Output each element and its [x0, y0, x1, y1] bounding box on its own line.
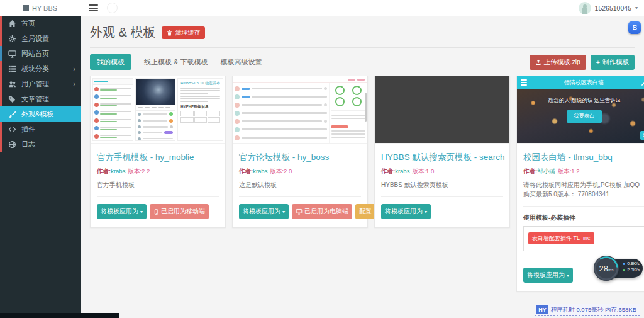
- app-logo[interactable]: HY BBS: [0, 0, 81, 16]
- plus-icon: +: [596, 59, 600, 66]
- hy-logo-chip: HY: [536, 305, 548, 314]
- download-dot-icon: [623, 269, 625, 271]
- preview-sidebar-stats: [329, 83, 367, 144]
- template-card-list: HYBBS1.5.10 稳定发布 HYPHP框架目录 官方手机模板 - hy_m…: [80, 76, 644, 292]
- globe-icon: [8, 140, 16, 149]
- download-speed: 2.3K/s: [623, 268, 640, 272]
- template-meta: 作者:krabs版本:1.0: [381, 168, 503, 176]
- bottom-strip: [0, 313, 119, 318]
- network-monitor-widget[interactable]: 0.8K/s 2.3K/s 28 ms: [594, 254, 643, 282]
- apply-template-button[interactable]: 将模板应用为▾: [523, 268, 573, 283]
- sidebar-item-label: 文章管理: [21, 94, 49, 104]
- upload-speed: 0.8K/s: [623, 261, 640, 266]
- template-card-hy-boss: 官方论坛模板 - hy_boss 作者:krabs版本:2.0 这是默认模板 将…: [232, 76, 368, 228]
- list-icon: [8, 65, 16, 73]
- monitor-icon: [296, 208, 303, 215]
- sidebar-item-label: 全局设置: [21, 34, 49, 43]
- configure-button[interactable]: 配置: [355, 204, 375, 219]
- sidebar-item-sections[interactable]: 板块分类 ›: [0, 61, 80, 76]
- gauge-arc: [594, 256, 619, 281]
- apply-template-button[interactable]: 将模板应用为▾: [239, 204, 289, 219]
- template-preview-hy-moblie[interactable]: HYBBS1.5.10 稳定发布 HYPHP框架目录: [91, 76, 225, 144]
- sidebar-toggle-icon[interactable]: [89, 4, 98, 11]
- user-menu[interactable]: 1526510045 ▾: [579, 2, 644, 14]
- sidebar-item-label: 用户管理: [21, 79, 49, 89]
- template-title: 官方论坛模板 - hy_boss: [239, 152, 361, 163]
- upload-dot-icon: [623, 263, 625, 265]
- create-template-button[interactable]: + 制作模板: [591, 55, 635, 70]
- apply-template-button[interactable]: 将模板应用为▾: [97, 204, 147, 219]
- template-meta: 作者:krabs版本:2.0: [239, 168, 361, 176]
- mobile-enabled-badge[interactable]: 已启用为移动端: [150, 204, 209, 219]
- browser-extension-icon[interactable]: [628, 21, 641, 34]
- mobile-icon: [153, 208, 159, 215]
- tab-advanced-settings[interactable]: 模板高级设置: [220, 57, 262, 67]
- caret-down-icon: ▾: [140, 209, 143, 215]
- menu-icon: [521, 79, 527, 85]
- sidebar-item-label: 首页: [21, 19, 35, 28]
- clear-cache-button[interactable]: 清理缓存: [162, 26, 205, 39]
- gear-icon: [8, 35, 16, 43]
- required-plugins-label: 使用模板-必装插件: [523, 213, 644, 222]
- sidebar-item-plugins[interactable]: 插件: [0, 122, 80, 137]
- preview-app-header: 德清校区表白墙: [517, 76, 644, 89]
- preview-phone-list: [92, 78, 133, 141]
- chevron-down-icon: ▾: [635, 5, 638, 11]
- preview-app-title: 德清校区表白墙: [527, 79, 641, 87]
- code-icon: [8, 125, 16, 133]
- sidebar-item-users[interactable]: 用户管理 ›: [0, 76, 80, 91]
- chevron-right-icon: ›: [73, 65, 80, 72]
- preview-photo: 想念的人 想说的话 这里告诉ta 我要表白: [517, 89, 644, 143]
- tab-my-templates[interactable]: 我的模板: [90, 54, 131, 70]
- sidebar-item-label: 网站首页: [21, 49, 49, 59]
- tags-icon: [8, 95, 16, 103]
- template-description: 请将此模板同时应用为手机,PC模板 加QQ购买最新5.0版本： 77080434…: [523, 180, 644, 199]
- template-description: HYBBS 默认搜索页模板: [381, 180, 503, 190]
- desktop-enabled-badge[interactable]: 已启用为电脑端: [292, 204, 352, 219]
- caret-down-icon: ▾: [282, 209, 285, 215]
- apply-template-button[interactable]: 将模板应用为▾: [381, 204, 431, 219]
- template-card-hy-moblie: HYBBS1.5.10 稳定发布 HYPHP框架目录 官方手机模板 - hy_m…: [90, 76, 226, 228]
- template-meta: 作者:邹小溪版本:1.2: [523, 168, 644, 176]
- latency-gauge: 28 ms: [594, 256, 619, 281]
- template-title: 校园表白墙 - tlmsu_bbq: [523, 152, 644, 163]
- performance-statusbar: HY 程序耗时 0.075毫秒 内存:658KB: [535, 304, 640, 316]
- home-icon: [8, 20, 16, 28]
- caret-down-icon: ▾: [567, 273, 569, 278]
- topbar: HY BBS 1526510045 ▾: [0, 0, 644, 16]
- page-header: 外观 & 模板 清理缓存: [90, 16, 635, 48]
- template-preview-hy-boss[interactable]: [233, 76, 367, 144]
- sidebar: 首页 全局设置 网站首页 板块分类 › 用户管理 › 文章管理 外观&模板 插件…: [0, 16, 80, 318]
- app-logo-text: HY BBS: [32, 4, 57, 12]
- upload-template-button[interactable]: 上传模板.zip: [530, 55, 586, 70]
- sidebar-item-label: 板块分类: [21, 64, 49, 74]
- sidebar-item-home[interactable]: 首页: [0, 16, 80, 31]
- page-title: 外观 & 模板: [90, 24, 155, 41]
- template-preview-tlmsu-bbq[interactable]: 德清校区表白墙 想念的人 想说的话 这里告诉ta 我要表白: [517, 76, 644, 144]
- template-title: HYBBS 默认搜索页模板 - search: [381, 152, 503, 163]
- template-description: 官方手机模板: [97, 180, 219, 190]
- sidebar-item-appearance-templates[interactable]: 外观&模板: [0, 106, 80, 122]
- desktop-icon: [8, 50, 16, 58]
- preview-scrollbar[interactable]: [365, 93, 367, 122]
- preview-article-heading: HYPHP框架目录: [180, 104, 220, 110]
- caret-down-icon: ▾: [425, 209, 427, 215]
- sidebar-item-global-settings[interactable]: 全局设置: [0, 31, 80, 46]
- preview-thread-list: [233, 83, 329, 144]
- user-avatar: [579, 2, 591, 14]
- galaxy-image: [136, 79, 175, 105]
- pencil-icon: [641, 79, 644, 86]
- chevron-right-icon: ›: [73, 81, 80, 88]
- template-preview-search[interactable]: [375, 76, 509, 144]
- preview-phone-profile: [135, 78, 176, 141]
- topbar-circle-icon[interactable]: [107, 3, 118, 13]
- plugin-badge[interactable]: 表白墙配套插件 TL_inc: [528, 232, 594, 244]
- sidebar-item-logs[interactable]: 日志: [0, 137, 80, 152]
- users-icon: [8, 80, 16, 88]
- main-content: 外观 & 模板 清理缓存 我的模板 线上模板 & 下载模板 模板高级设置 上传模…: [80, 16, 644, 318]
- sidebar-item-articles[interactable]: 文章管理: [0, 91, 80, 106]
- tab-online-templates[interactable]: 线上模板 & 下载模板: [144, 57, 208, 67]
- username: 1526510045: [595, 4, 631, 12]
- preview-article-title: HYBBS1.5.10 稳定发布: [180, 81, 220, 86]
- sidebar-item-site-home[interactable]: 网站首页: [0, 46, 80, 61]
